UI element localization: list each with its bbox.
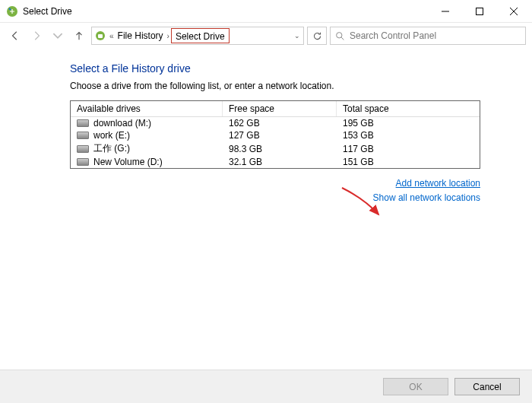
breadcrumb-item-file-history[interactable]: File History (116, 30, 166, 42)
drive-icon (77, 119, 89, 127)
drive-name: work (E:) (93, 130, 130, 141)
drive-list: Available drives Free space Total space … (70, 100, 480, 169)
chevron-left-icon: « (108, 32, 116, 40)
drive-icon (77, 132, 89, 139)
ok-button[interactable]: OK (383, 378, 448, 395)
svg-rect-3 (98, 34, 103, 38)
drive-name: 工作 (G:) (93, 142, 130, 155)
cancel-button[interactable]: Cancel (454, 378, 520, 395)
minimize-button[interactable] (428, 0, 462, 22)
drive-row[interactable]: download (M:) 162 GB 195 GB (71, 117, 480, 129)
dialog-footer: OK Cancel (0, 370, 532, 403)
drive-free: 162 GB (223, 117, 337, 129)
svg-rect-1 (476, 8, 483, 14)
drive-icon (77, 158, 89, 166)
drive-total: 117 GB (337, 143, 480, 155)
drive-free: 127 GB (223, 129, 337, 141)
maximize-button[interactable] (462, 0, 496, 22)
drive-name: New Volume (D:) (93, 157, 163, 167)
nav-toolbar: « File History › Select Drive ⌄ (0, 23, 532, 49)
drive-free: 32.1 GB (223, 156, 337, 168)
drive-row[interactable]: work (E:) 127 GB 153 GB (71, 129, 480, 141)
show-all-network-locations-link[interactable]: Show all network locations (373, 192, 480, 203)
svg-point-4 (337, 32, 342, 37)
chevron-down-icon[interactable]: ⌄ (294, 32, 300, 40)
titlebar: Select Drive (0, 0, 532, 23)
app-icon (6, 5, 18, 17)
links-area: Add network location Show all network lo… (70, 175, 480, 204)
breadcrumb[interactable]: « File History › Select Drive ⌄ (91, 27, 304, 45)
search-box[interactable] (330, 27, 526, 45)
drive-row[interactable]: New Volume (D:) 32.1 GB 151 GB (71, 156, 480, 168)
add-network-location-link[interactable]: Add network location (396, 178, 480, 189)
breadcrumb-item-select-drive[interactable]: Select Drive (173, 30, 227, 43)
drive-total: 151 GB (337, 156, 480, 168)
location-icon (94, 30, 106, 42)
breadcrumb-highlight: Select Drive (171, 28, 230, 43)
drive-icon (77, 145, 89, 153)
content-area: Select a File History drive Choose a dri… (0, 49, 532, 204)
close-button[interactable] (496, 0, 530, 22)
drive-row[interactable]: 工作 (G:) 98.3 GB 117 GB (71, 141, 480, 156)
page-subheading: Choose a drive from the following list, … (70, 81, 518, 91)
drive-list-header: Available drives Free space Total space (71, 101, 480, 117)
column-total-space[interactable]: Total space (337, 101, 480, 116)
window-title: Select Drive (23, 6, 428, 17)
page-heading: Select a File History drive (70, 62, 518, 75)
drive-name: download (M:) (93, 118, 151, 129)
refresh-button[interactable] (307, 27, 327, 45)
column-available-drives[interactable]: Available drives (71, 101, 223, 116)
drive-total: 153 GB (337, 129, 480, 141)
forward-button[interactable] (27, 27, 46, 45)
drive-free: 98.3 GB (223, 143, 337, 155)
search-input[interactable] (350, 30, 521, 41)
column-free-space[interactable]: Free space (223, 101, 337, 116)
recent-dropdown[interactable] (49, 27, 67, 45)
drive-total: 195 GB (337, 117, 480, 129)
search-icon (335, 31, 345, 41)
chevron-right-icon: › (166, 32, 171, 40)
up-button[interactable] (70, 27, 88, 45)
back-button[interactable] (6, 27, 24, 45)
